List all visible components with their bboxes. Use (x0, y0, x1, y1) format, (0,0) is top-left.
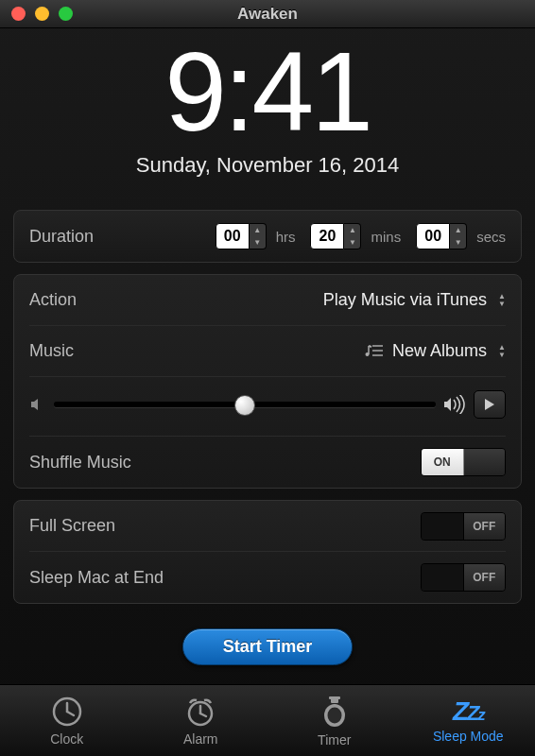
timer-icon (320, 695, 349, 729)
chevron-updown-icon: ▲▼ (498, 344, 506, 359)
display-panel: Full Screen OFF Sleep Mac at End OFF (13, 500, 522, 604)
secs-unit: secs (476, 229, 506, 245)
fullscreen-toggle[interactable]: OFF (421, 512, 506, 541)
sleep-icon: ZZz (453, 698, 484, 725)
tab-label: Sleep Mode (433, 729, 504, 744)
clock-date: Sunday, November 16, 2014 (0, 153, 535, 178)
music-label: Music (29, 341, 74, 361)
secs-arrows[interactable]: ▲▼ (450, 223, 467, 249)
toggle-on-label (422, 564, 463, 591)
hours-value[interactable]: 00 (216, 223, 250, 249)
tab-label: Clock (50, 731, 83, 747)
toggle-off-label: OFF (463, 564, 506, 591)
volume-knob[interactable] (234, 395, 255, 416)
window-title: Awaken (0, 5, 535, 24)
mins-unit: mins (371, 229, 401, 245)
tab-alarm[interactable]: Alarm (134, 685, 268, 756)
svg-rect-12 (329, 696, 340, 699)
tab-label: Timer (318, 732, 351, 747)
tab-timer[interactable]: Timer (268, 685, 402, 756)
svg-line-6 (67, 712, 74, 715)
tabbar: Clock Alarm Timer ZZz Sleep Mode (0, 684, 535, 756)
playlist-icon (364, 343, 385, 360)
mins-value[interactable]: 20 (310, 223, 344, 249)
titlebar: Awaken (0, 0, 535, 28)
volume-high-icon (443, 395, 466, 414)
mins-arrows[interactable]: ▲▼ (344, 223, 361, 249)
svg-point-3 (366, 352, 370, 356)
hours-arrows[interactable]: ▲▼ (250, 223, 267, 249)
duration-panel: Duration 00 ▲▼ hrs 20 ▲▼ mins 00 ▲▼ secs (13, 210, 522, 263)
volume-low-icon (29, 396, 46, 413)
clock-time: 9:41 (0, 36, 535, 147)
toggle-off-label: OFF (463, 513, 506, 540)
action-panel: Action Play Music via iTunes ▲▼ Music (13, 274, 522, 489)
volume-slider[interactable] (54, 402, 436, 407)
music-dropdown[interactable]: New Albums ▲▼ (364, 341, 506, 361)
hours-stepper[interactable]: 00 ▲▼ (216, 223, 267, 249)
start-timer-button[interactable]: Start Timer (182, 628, 354, 665)
mins-stepper[interactable]: 20 ▲▼ (310, 223, 361, 249)
action-value: Play Music via iTunes (323, 290, 487, 310)
sleepmac-label: Sleep Mac at End (29, 568, 164, 588)
alarm-icon (184, 696, 216, 728)
toggle-on-label: ON (422, 449, 464, 475)
sleepmac-toggle[interactable]: OFF (421, 563, 506, 592)
shuffle-label: Shuffle Music (29, 453, 131, 472)
clock-area: 9:41 Sunday, November 16, 2014 (0, 28, 535, 198)
tab-clock[interactable]: Clock (0, 685, 134, 756)
action-label: Action (29, 290, 77, 310)
play-button[interactable] (474, 390, 506, 419)
tab-sleep-mode[interactable]: ZZz Sleep Mode (402, 685, 536, 756)
action-dropdown[interactable]: Play Music via iTunes ▲▼ (323, 290, 506, 310)
svg-line-9 (200, 713, 206, 716)
shuffle-toggle[interactable]: ON (421, 448, 506, 476)
toggle-off-label (464, 449, 506, 475)
svg-point-13 (327, 707, 341, 723)
duration-label: Duration (29, 227, 94, 247)
secs-value[interactable]: 00 (416, 223, 450, 249)
fullscreen-label: Full Screen (29, 516, 115, 536)
secs-stepper[interactable]: 00 ▲▼ (416, 223, 467, 249)
toggle-on-label (422, 513, 463, 540)
music-value: New Albums (392, 341, 487, 361)
tab-label: Alarm (183, 731, 218, 747)
clock-icon (51, 696, 83, 728)
chevron-updown-icon: ▲▼ (498, 293, 506, 308)
hours-unit: hrs (276, 229, 296, 245)
